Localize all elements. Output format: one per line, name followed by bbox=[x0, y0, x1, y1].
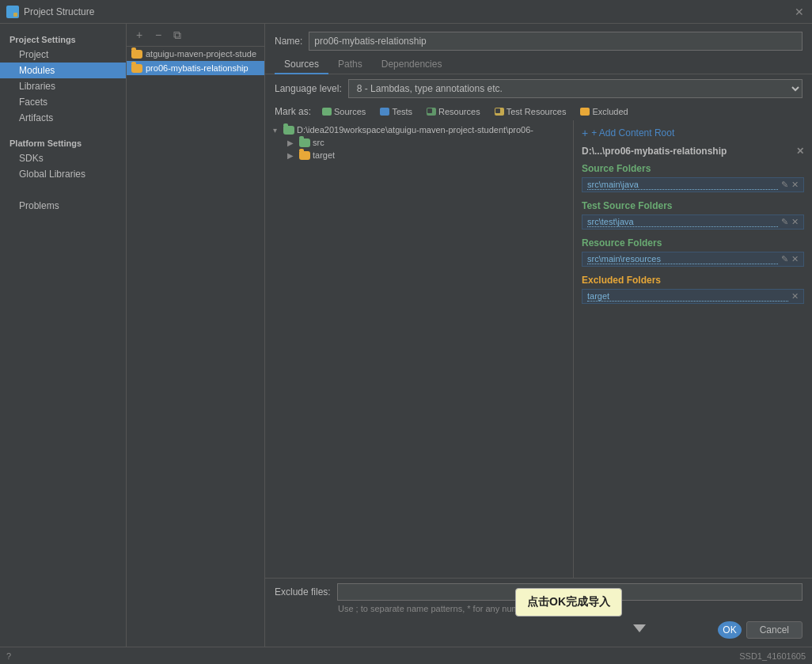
svg-rect-0 bbox=[8, 7, 12, 11]
tree-target-item[interactable]: ▶ target bbox=[265, 149, 573, 161]
resources-dot bbox=[427, 108, 436, 116]
project-structure-dialog: Project Structure ✕ Project Settings Pro… bbox=[0, 0, 812, 664]
resource-folders-section: Resource Folders src\main\resources ✎ ✕ bbox=[582, 237, 804, 267]
resource-folder-path: src\main\resources bbox=[587, 254, 778, 264]
tab-paths[interactable]: Paths bbox=[328, 55, 372, 74]
resource-folder-edit-button[interactable]: ✎ bbox=[781, 254, 788, 264]
right-panel: Name: Sources Paths Dependencies Languag… bbox=[265, 24, 812, 647]
module-area: + − ⧉ atguigu-maven-project-stude pro06-… bbox=[127, 24, 265, 647]
status-bar: ? SSD1_41601605 bbox=[0, 647, 812, 664]
tree-src-label: src bbox=[313, 138, 324, 147]
test-source-folder-edit-button[interactable]: ✎ bbox=[781, 217, 788, 227]
tree-area: ▾ D:\idea2019workspace\atguigu-maven-pro… bbox=[265, 120, 574, 578]
sidebar-item-project[interactable]: Project bbox=[0, 47, 126, 63]
test-source-folder-path: src\test\java bbox=[587, 217, 778, 227]
source-folders-section: Source Folders src\main\java ✎ ✕ bbox=[582, 163, 804, 192]
resource-folders-title: Resource Folders bbox=[582, 237, 804, 249]
test-source-folders-title: Test Source Folders bbox=[582, 200, 804, 211]
source-folder-entry: src\main\java ✎ ✕ bbox=[582, 177, 804, 192]
sidebar-item-libraries[interactable]: Libraries bbox=[0, 78, 126, 94]
source-folder-edit-button[interactable]: ✎ bbox=[781, 180, 788, 190]
problems-section: Problems bbox=[0, 198, 126, 214]
excluded-dot bbox=[580, 108, 590, 116]
tree-arrow: ▾ bbox=[268, 126, 281, 135]
sidebar-item-artifacts[interactable]: Artifacts bbox=[0, 110, 126, 126]
title-bar: Project Structure ✕ bbox=[0, 0, 812, 24]
add-icon: + bbox=[582, 127, 588, 139]
content-root-path: D:\...\pro06-mybatis-relationship ✕ bbox=[582, 146, 804, 157]
root-folder-icon bbox=[283, 126, 294, 135]
add-content-root-label: + Add Content Root bbox=[591, 127, 674, 138]
content-root-close-button[interactable]: ✕ bbox=[796, 146, 804, 157]
resource-folder-delete-button[interactable]: ✕ bbox=[791, 254, 799, 264]
mark-test-resources-button[interactable]: Test Resources bbox=[490, 106, 571, 117]
resource-folder-entry: src\main\resources ✎ ✕ bbox=[582, 252, 804, 267]
copy-module-button[interactable]: ⧉ bbox=[169, 27, 185, 43]
mark-as-row: Mark as: Sources Tests Resources bbox=[265, 103, 812, 120]
tab-sources[interactable]: Sources bbox=[275, 55, 328, 74]
mark-excluded-button[interactable]: Excluded bbox=[575, 106, 632, 117]
tab-dependencies[interactable]: Dependencies bbox=[372, 55, 452, 74]
testresources-dot bbox=[495, 108, 504, 116]
cancel-button[interactable]: Cancel bbox=[746, 621, 803, 639]
excluded-folder-path: target bbox=[587, 291, 788, 302]
module-item[interactable]: atguigu-maven-project-stude bbox=[127, 47, 264, 61]
close-button[interactable]: ✕ bbox=[793, 6, 806, 18]
name-row: Name: bbox=[265, 24, 812, 55]
excluded-folders-section: Excluded Folders target ✕ bbox=[582, 275, 804, 304]
title-bar-text: Project Structure bbox=[24, 6, 793, 17]
source-folder-path: src\main\java bbox=[587, 180, 778, 190]
language-level-select[interactable]: 8 - Lambdas, type annotations etc. bbox=[348, 79, 803, 98]
source-folders-title: Source Folders bbox=[582, 163, 804, 174]
test-source-folder-entry: src\test\java ✎ ✕ bbox=[582, 214, 804, 230]
status-bar-right: SSD1_41601605 bbox=[739, 651, 806, 661]
sidebar-item-facets[interactable]: Facets bbox=[0, 94, 126, 110]
tooltip-bubble: 点击OK完成导入 bbox=[515, 588, 622, 617]
tree-target-label: target bbox=[313, 150, 335, 160]
sidebar-item-problems[interactable]: Problems bbox=[0, 198, 126, 214]
mark-resources-button[interactable]: Resources bbox=[422, 106, 485, 117]
platform-settings-title: Platform Settings bbox=[0, 134, 126, 150]
add-content-root-button[interactable]: + + Add Content Root bbox=[582, 127, 804, 139]
tree-root-path: D:\idea2019workspace\atguigu-maven-proje… bbox=[297, 125, 533, 135]
content-split: ▾ D:\idea2019workspace\atguigu-maven-pro… bbox=[265, 120, 812, 578]
tabs-bar: Sources Paths Dependencies bbox=[265, 55, 812, 74]
excluded-folders-title: Excluded Folders bbox=[582, 275, 804, 286]
source-folder-delete-button[interactable]: ✕ bbox=[791, 180, 799, 190]
test-source-folder-delete-button[interactable]: ✕ bbox=[791, 217, 799, 227]
tree-src-item[interactable]: ▶ src bbox=[265, 136, 573, 149]
test-source-folders-section: Test Source Folders src\test\java ✎ ✕ bbox=[582, 200, 804, 230]
project-settings-title: Project Settings bbox=[0, 30, 126, 47]
ok-button[interactable]: OK bbox=[718, 621, 741, 639]
tree-root-item[interactable]: ▾ D:\idea2019workspace\atguigu-maven-pro… bbox=[265, 123, 573, 136]
mark-as-label: Mark as: bbox=[275, 106, 311, 117]
tree-arrow-target: ▶ bbox=[284, 151, 297, 160]
name-input[interactable] bbox=[309, 32, 803, 51]
svg-rect-1 bbox=[13, 7, 17, 11]
sidebar-item-sdks[interactable]: SDKs bbox=[0, 150, 126, 166]
status-bar-help[interactable]: ? bbox=[6, 651, 11, 661]
remove-module-button[interactable]: − bbox=[150, 27, 166, 43]
sidebar-item-modules[interactable]: Modules bbox=[0, 63, 126, 78]
svg-rect-2 bbox=[8, 13, 12, 17]
module-list: atguigu-maven-project-stude pro06-mybati… bbox=[127, 47, 264, 647]
app-icon bbox=[6, 6, 19, 18]
src-folder-icon bbox=[299, 138, 310, 147]
name-label: Name: bbox=[275, 36, 302, 47]
dialog-buttons: OK Cancel bbox=[275, 618, 803, 642]
sidebar: Project Settings Project Modules Librari… bbox=[0, 24, 127, 647]
excluded-folder-delete-button[interactable]: ✕ bbox=[791, 291, 799, 302]
svg-rect-3 bbox=[13, 13, 17, 17]
mark-tests-button[interactable]: Tests bbox=[375, 106, 417, 117]
add-module-button[interactable]: + bbox=[131, 27, 147, 43]
module-item-selected[interactable]: pro06-mybatis-relationship bbox=[127, 61, 264, 75]
folder-icon bbox=[131, 50, 142, 59]
language-level-label: Language level: bbox=[275, 83, 342, 94]
sidebar-item-global-libraries[interactable]: Global Libraries bbox=[0, 166, 126, 182]
tooltip-arrow bbox=[633, 624, 646, 632]
mark-sources-button[interactable]: Sources bbox=[317, 106, 370, 117]
excluded-folder-entry: target ✕ bbox=[582, 289, 804, 304]
main-content: Project Settings Project Modules Librari… bbox=[0, 24, 812, 647]
info-panel: + + Add Content Root D:\...\pro06-mybati… bbox=[574, 120, 812, 578]
sources-dot bbox=[322, 108, 332, 116]
